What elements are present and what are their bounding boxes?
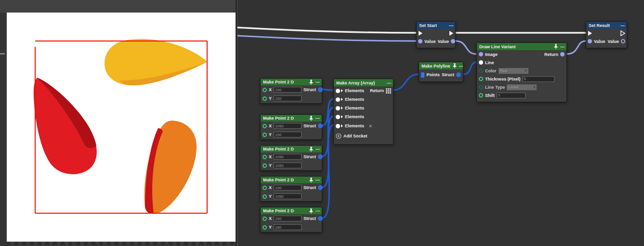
node-draw-line-header[interactable]: Draw Line Variant —: [477, 43, 566, 50]
elements-in-socket[interactable]: [336, 106, 340, 110]
pin-icon[interactable]: [553, 44, 558, 49]
line-type-socket[interactable]: [479, 85, 483, 89]
collapse-button[interactable]: —: [315, 116, 319, 121]
add-socket-button[interactable]: Add Socket: [343, 134, 368, 138]
struct-out-socket[interactable]: [318, 87, 323, 92]
exec-in-socket[interactable]: [418, 30, 423, 36]
y-input[interactable]: [274, 163, 302, 168]
thickness-label: Thickness (Pixel): [485, 77, 521, 82]
y-socket[interactable]: [263, 225, 267, 230]
y-socket[interactable]: [263, 133, 267, 137]
struct-label: Struct: [442, 72, 454, 77]
node-title: Make Point 2 D: [263, 147, 307, 151]
return-out-socket[interactable]: [560, 52, 565, 56]
elements-in-socket[interactable]: [336, 124, 340, 128]
points-in-array-socket[interactable]: [421, 72, 424, 78]
collapse-button[interactable]: —: [315, 178, 319, 182]
collapse-button[interactable]: —: [315, 80, 319, 84]
value-out-socket[interactable]: [621, 39, 625, 43]
x-input[interactable]: [274, 185, 302, 191]
node-make-point-2d[interactable]: Make Point 2 D — X Struct Y: [260, 78, 322, 104]
splitter-handle[interactable]: [0, 53, 5, 55]
node-set-start-header[interactable]: Set Start —: [417, 22, 455, 29]
node-draw-line-variant[interactable]: Draw Line Variant — Image Return Line Co…: [476, 42, 567, 102]
node-set-result[interactable]: Set Result — Value Value: [586, 21, 627, 48]
collapse-button[interactable]: —: [315, 208, 319, 213]
elements-in-socket[interactable]: [336, 97, 340, 102]
pin-icon[interactable]: [452, 63, 457, 68]
node-make-array[interactable]: Make Array (Array) — Elements Return Ele…: [333, 79, 394, 145]
node-make-point-2d[interactable]: Make Point 2 D — X Struct Y: [260, 145, 322, 171]
thickness-socket[interactable]: [479, 77, 483, 81]
line-type-dropdown[interactable]: Link4 ▾: [507, 84, 537, 90]
x-input[interactable]: [274, 216, 302, 221]
y-socket[interactable]: [263, 194, 267, 199]
value-in-socket[interactable]: [418, 39, 422, 43]
exec-out-socket[interactable]: [620, 30, 625, 36]
node-make-point-2d[interactable]: Make Point 2 D — X Struct Y: [260, 176, 322, 202]
struct-out-socket[interactable]: [318, 154, 323, 159]
collapse-button[interactable]: —: [459, 64, 463, 68]
elements-in-socket[interactable]: [336, 115, 340, 119]
shift-socket[interactable]: [479, 93, 483, 97]
node-make-point-2d[interactable]: Make Point 2 D — X Struct Y: [260, 207, 322, 232]
exec-out-socket[interactable]: [449, 30, 454, 36]
pin-icon[interactable]: [309, 147, 314, 152]
panel-divider[interactable]: [236, 0, 237, 246]
collapse-button[interactable]: —: [449, 23, 453, 28]
y-row: Y: [261, 130, 322, 139]
elements-in-socket[interactable]: [336, 89, 340, 93]
plus-circle-icon[interactable]: [336, 133, 342, 139]
struct-label: Struct: [303, 123, 316, 128]
value-out-socket[interactable]: [451, 39, 455, 43]
struct-out-socket[interactable]: [318, 123, 323, 128]
node-make-polyline[interactable]: Make Polyline — Points Struct: [419, 62, 463, 82]
pin-icon[interactable]: [309, 208, 314, 214]
x-socket[interactable]: [263, 88, 267, 92]
pin-icon[interactable]: [309, 116, 314, 121]
x-socket[interactable]: [263, 186, 267, 190]
x-socket[interactable]: [263, 124, 267, 128]
line-in-socket[interactable]: [479, 60, 483, 65]
node-make-point-2d[interactable]: Make Point 2 D — X Struct Y: [260, 114, 322, 140]
node-make-point-header[interactable]: Make Point 2 D —: [261, 146, 322, 152]
node-make-point-header[interactable]: Make Point 2 D —: [261, 115, 322, 122]
collapse-button[interactable]: —: [315, 147, 319, 151]
x-socket[interactable]: [263, 217, 267, 221]
y-input[interactable]: [274, 132, 302, 137]
return-array-socket[interactable]: [386, 88, 391, 94]
shift-input[interactable]: [497, 93, 526, 98]
value-in-socket[interactable]: [588, 39, 592, 43]
y-input[interactable]: [274, 193, 302, 199]
node-make-polyline-header[interactable]: Make Polyline —: [419, 62, 463, 69]
x-input[interactable]: [274, 123, 302, 129]
x-socket[interactable]: [263, 155, 267, 159]
y-input[interactable]: [274, 96, 302, 101]
node-make-array-header[interactable]: Make Array (Array) —: [334, 79, 393, 86]
collapse-button[interactable]: —: [620, 23, 624, 28]
thickness-input[interactable]: [523, 76, 554, 82]
collapse-button[interactable]: —: [560, 44, 564, 49]
struct-out-socket[interactable]: [318, 185, 323, 190]
exec-in-socket[interactable]: [588, 30, 592, 36]
image-in-socket[interactable]: [479, 52, 483, 56]
x-input[interactable]: [274, 154, 302, 160]
node-set-result-header[interactable]: Set Result —: [586, 22, 627, 29]
x-input[interactable]: [274, 87, 302, 93]
node-make-point-header[interactable]: Make Point 2 D —: [261, 207, 322, 214]
color-socket[interactable]: [479, 68, 483, 73]
pin-icon[interactable]: [309, 80, 314, 85]
return-label: Return: [544, 52, 558, 57]
struct-out-socket[interactable]: [456, 72, 461, 77]
collapse-button[interactable]: —: [387, 81, 391, 85]
node-make-point-header[interactable]: Make Point 2 D —: [261, 177, 322, 183]
y-socket[interactable]: [263, 96, 267, 101]
node-set-start[interactable]: Set Start — Value Value: [416, 21, 456, 48]
delete-socket-icon[interactable]: ×: [369, 123, 372, 128]
y-input[interactable]: [274, 224, 302, 230]
struct-out-socket[interactable]: [318, 216, 323, 221]
color-dropdown[interactable]: Red ▾: [499, 68, 528, 74]
pin-icon[interactable]: [309, 178, 314, 183]
node-make-point-header[interactable]: Make Point 2 D —: [261, 79, 322, 85]
y-socket[interactable]: [263, 164, 267, 168]
